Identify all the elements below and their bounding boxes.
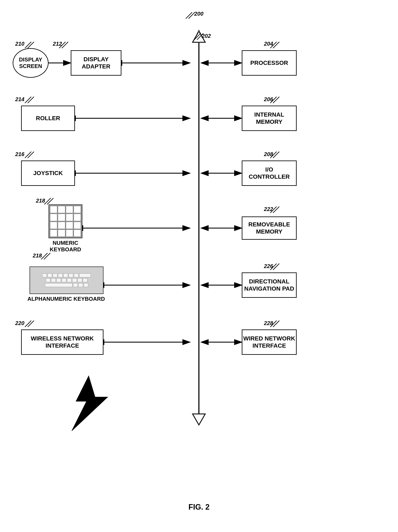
io-controller-box: I/OCONTROLLER	[242, 160, 297, 186]
ref-212: 212	[53, 41, 62, 47]
ref-220: 220	[15, 320, 24, 327]
ref-216: 216	[15, 151, 24, 158]
svg-line-46	[44, 253, 50, 259]
svg-line-34	[28, 97, 34, 103]
ref-218b: 218	[33, 252, 42, 259]
figure-label: FIG. 2	[0, 503, 398, 507]
svg-line-44	[273, 207, 279, 213]
directional-nav-label: DIRECTIONALNAVIGATION PAD	[244, 278, 294, 292]
svg-line-45	[41, 253, 48, 259]
svg-line-24	[189, 12, 195, 19]
alphanumeric-keyboard	[30, 266, 103, 294]
diagram-arrows	[0, 0, 398, 532]
svg-line-52	[273, 321, 279, 327]
display-adapter-label: DISPLAYADAPTER	[82, 56, 110, 70]
ref-214: 214	[15, 96, 24, 103]
ref-226: 226	[264, 263, 273, 269]
display-adapter-box: DISPLAYADAPTER	[71, 50, 121, 76]
wireless-network-box: WIRELESS NETWORKINTERFACE	[21, 329, 103, 355]
ref-204: 204	[264, 41, 273, 47]
joystick-label: JOYSTICK	[33, 170, 63, 177]
processor-label: PROCESSOR	[250, 59, 288, 67]
svg-line-32	[273, 42, 279, 48]
svg-line-36	[273, 97, 279, 103]
wireless-network-label: WIRELESS NETWORKINTERFACE	[31, 335, 94, 349]
numeric-keyboard-label: NUMERICKEYBOARD	[41, 240, 90, 253]
ref-228: 228	[264, 320, 273, 327]
svg-line-37	[25, 152, 31, 158]
display-screen-box: DISPLAYSCREEN	[13, 48, 49, 78]
removeable-memory-label: REMOVEABLEMEMORY	[248, 221, 290, 235]
display-screen-label: DISPLAYSCREEN	[19, 56, 42, 70]
ref-218a: 218	[36, 197, 45, 204]
svg-line-25	[194, 33, 201, 40]
processor-box: PROCESSOR	[242, 50, 297, 76]
directional-nav-box: DIRECTIONALNAVIGATION PAD	[242, 272, 297, 298]
removeable-memory-box: REMOVEABLEMEMORY	[242, 216, 297, 240]
wired-network-label: WIRED NETWORKINTERFACE	[243, 335, 295, 349]
ref-200: 200	[194, 11, 203, 17]
svg-line-50	[28, 321, 34, 327]
roller-box: ROLLER	[21, 106, 75, 131]
joystick-box: JOYSTICK	[21, 160, 75, 186]
internal-memory-label: INTERNALMEMORY	[254, 111, 284, 125]
ref-222: 222	[264, 206, 273, 212]
svg-line-30	[62, 42, 68, 48]
svg-line-27	[25, 42, 31, 48]
alphanumeric-keyboard-label: ALPHANUMERIC KEYBOARD	[27, 296, 105, 302]
roller-label: ROLLER	[36, 115, 60, 122]
svg-line-48	[273, 264, 279, 270]
svg-line-33	[25, 97, 31, 103]
svg-line-28	[28, 42, 34, 48]
io-controller-label: I/OCONTROLLER	[249, 166, 290, 180]
svg-line-38	[28, 152, 34, 158]
ref-206: 206	[264, 96, 273, 103]
internal-memory-box: INTERNALMEMORY	[242, 106, 297, 131]
ref-208: 208	[264, 151, 273, 158]
svg-line-42	[47, 198, 53, 204]
svg-marker-9	[193, 414, 205, 425]
ref-210: 210	[15, 41, 24, 47]
svg-line-49	[25, 321, 31, 327]
svg-line-23	[186, 12, 192, 19]
svg-line-41	[44, 198, 51, 204]
wired-network-box: WIRED NETWORKINTERFACE	[242, 329, 297, 355]
numeric-keyboard	[49, 204, 82, 238]
svg-line-40	[273, 152, 279, 158]
diagram: 200 202 210 212 204 214 206 216 208 218 …	[0, 0, 398, 532]
ref-202: 202	[202, 33, 211, 39]
